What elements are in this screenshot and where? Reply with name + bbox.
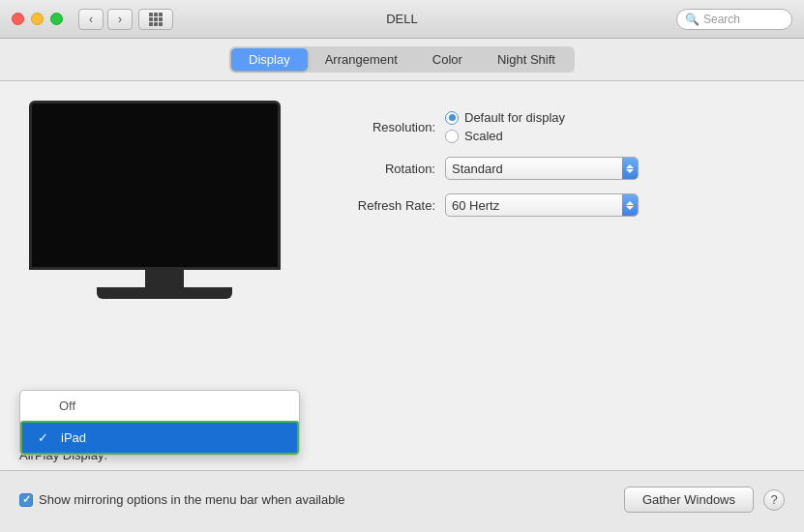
rotation-value: Standard	[452, 162, 632, 176]
resolution-default-option[interactable]: Default for display	[445, 110, 565, 125]
resolution-scaled-option[interactable]: Scaled	[445, 129, 565, 143]
tab-color[interactable]: Color	[415, 48, 480, 71]
refresh-arrow-down-icon	[626, 206, 634, 210]
rotation-label: Rotation:	[329, 162, 435, 176]
monitor-neck	[145, 270, 184, 287]
forward-icon: ›	[118, 13, 122, 26]
nav-buttons: ‹ ›	[78, 9, 133, 30]
traffic-lights	[12, 13, 63, 25]
search-icon: 🔍	[685, 13, 700, 26]
back-icon: ‹	[89, 13, 93, 26]
airplay-option-ipad[interactable]: ✓ iPad	[20, 421, 299, 455]
grid-button[interactable]	[138, 9, 173, 30]
settings-panel: Resolution: Default for display Scaled R…	[329, 101, 775, 460]
titlebar: ‹ › DELL 🔍 Search	[0, 0, 804, 39]
gather-windows-button[interactable]: Gather Windows	[624, 487, 754, 513]
bottom-bar: ✓ Show mirroring options in the menu bar…	[0, 470, 804, 528]
checkbox-checkmark: ✓	[22, 493, 31, 506]
close-button[interactable]	[12, 13, 24, 25]
tab-group: Display Arrangement Color Night Shift	[229, 46, 575, 73]
refresh-arrows	[622, 194, 638, 216]
refresh-label: Refresh Rate:	[329, 198, 435, 213]
rotation-select[interactable]: Standard	[445, 157, 639, 180]
maximize-button[interactable]	[50, 13, 63, 25]
refresh-arrow-up-icon	[626, 201, 634, 205]
main-content: Resolution: Default for display Scaled R…	[0, 81, 804, 528]
refresh-value: 60 Hertz	[452, 198, 632, 213]
airplay-ipad-label: iPad	[61, 430, 86, 445]
rotation-row: Rotation: Standard	[329, 157, 775, 180]
search-box[interactable]: 🔍 Search	[676, 9, 792, 30]
tab-display[interactable]: Display	[231, 48, 308, 71]
mirroring-label: Show mirroring options in the menu bar w…	[39, 492, 345, 507]
forward-button[interactable]: ›	[107, 9, 133, 30]
minimize-button[interactable]	[31, 13, 44, 25]
tab-toolbar: Display Arrangement Color Night Shift	[0, 39, 804, 81]
resolution-label: Resolution:	[329, 120, 435, 134]
resolution-default-radio[interactable]	[445, 111, 459, 125]
rotation-arrows	[622, 158, 638, 179]
help-button[interactable]: ?	[763, 489, 785, 511]
airplay-off-label: Off	[59, 399, 75, 413]
mirroring-checkbox[interactable]: ✓	[19, 493, 33, 507]
arrow-down-icon	[626, 169, 634, 173]
arrow-up-icon	[626, 164, 634, 168]
grid-icon	[149, 13, 163, 26]
resolution-default-label: Default for display	[464, 110, 565, 125]
refresh-row: Refresh Rate: 60 Hertz	[329, 193, 775, 217]
resolution-scaled-label: Scaled	[464, 129, 503, 143]
monitor-base	[97, 287, 232, 299]
resolution-options: Default for display Scaled	[445, 110, 565, 143]
airplay-option-off[interactable]: Off	[20, 391, 299, 421]
window-title: DELL	[386, 12, 418, 26]
ipad-checkmark: ✓	[38, 430, 53, 445]
resolution-row: Resolution: Default for display Scaled	[329, 110, 775, 143]
checkbox-row: ✓ Show mirroring options in the menu bar…	[19, 492, 614, 507]
monitor-screen	[32, 103, 278, 267]
airplay-dropdown[interactable]: Off ✓ iPad	[19, 390, 300, 456]
resolution-scaled-radio[interactable]	[445, 130, 459, 143]
back-button[interactable]: ‹	[78, 9, 104, 30]
search-placeholder: Search	[703, 13, 740, 26]
refresh-select[interactable]: 60 Hertz	[445, 193, 639, 217]
tab-night-shift[interactable]: Night Shift	[480, 48, 573, 71]
tab-arrangement[interactable]: Arrangement	[308, 48, 415, 71]
monitor-frame	[29, 101, 281, 270]
